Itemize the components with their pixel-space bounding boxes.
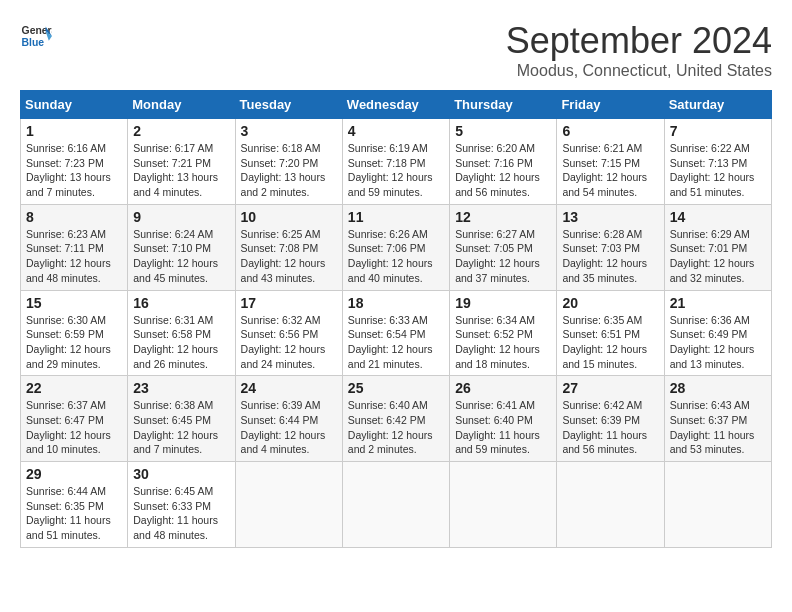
calendar-week-row: 15Sunrise: 6:30 AM Sunset: 6:59 PM Dayli… [21, 290, 772, 376]
calendar-cell [342, 462, 449, 548]
day-number: 3 [241, 123, 337, 139]
day-info: Sunrise: 6:24 AM Sunset: 7:10 PM Dayligh… [133, 227, 229, 286]
calendar-cell [235, 462, 342, 548]
day-number: 20 [562, 295, 658, 311]
day-number: 5 [455, 123, 551, 139]
day-number: 29 [26, 466, 122, 482]
day-number: 19 [455, 295, 551, 311]
day-info: Sunrise: 6:43 AM Sunset: 6:37 PM Dayligh… [670, 398, 766, 457]
calendar-subtitle: Moodus, Connecticut, United States [506, 62, 772, 80]
day-number: 2 [133, 123, 229, 139]
day-info: Sunrise: 6:41 AM Sunset: 6:40 PM Dayligh… [455, 398, 551, 457]
logo: General Blue [20, 20, 52, 52]
day-info: Sunrise: 6:17 AM Sunset: 7:21 PM Dayligh… [133, 141, 229, 200]
day-number: 28 [670, 380, 766, 396]
calendar-cell: 5Sunrise: 6:20 AM Sunset: 7:16 PM Daylig… [450, 119, 557, 205]
header-monday: Monday [128, 91, 235, 119]
calendar-cell: 28Sunrise: 6:43 AM Sunset: 6:37 PM Dayli… [664, 376, 771, 462]
day-info: Sunrise: 6:35 AM Sunset: 6:51 PM Dayligh… [562, 313, 658, 372]
calendar-cell: 2Sunrise: 6:17 AM Sunset: 7:21 PM Daylig… [128, 119, 235, 205]
day-info: Sunrise: 6:31 AM Sunset: 6:58 PM Dayligh… [133, 313, 229, 372]
calendar-cell: 29Sunrise: 6:44 AM Sunset: 6:35 PM Dayli… [21, 462, 128, 548]
day-number: 4 [348, 123, 444, 139]
day-info: Sunrise: 6:38 AM Sunset: 6:45 PM Dayligh… [133, 398, 229, 457]
day-number: 9 [133, 209, 229, 225]
calendar-title: September 2024 [506, 20, 772, 62]
logo-icon: General Blue [20, 20, 52, 52]
day-info: Sunrise: 6:18 AM Sunset: 7:20 PM Dayligh… [241, 141, 337, 200]
calendar-cell: 25Sunrise: 6:40 AM Sunset: 6:42 PM Dayli… [342, 376, 449, 462]
day-info: Sunrise: 6:23 AM Sunset: 7:11 PM Dayligh… [26, 227, 122, 286]
calendar-cell: 26Sunrise: 6:41 AM Sunset: 6:40 PM Dayli… [450, 376, 557, 462]
day-info: Sunrise: 6:26 AM Sunset: 7:06 PM Dayligh… [348, 227, 444, 286]
calendar-cell: 10Sunrise: 6:25 AM Sunset: 7:08 PM Dayli… [235, 204, 342, 290]
day-info: Sunrise: 6:22 AM Sunset: 7:13 PM Dayligh… [670, 141, 766, 200]
day-number: 7 [670, 123, 766, 139]
day-number: 6 [562, 123, 658, 139]
day-number: 27 [562, 380, 658, 396]
day-number: 14 [670, 209, 766, 225]
calendar-cell [450, 462, 557, 548]
calendar-cell: 23Sunrise: 6:38 AM Sunset: 6:45 PM Dayli… [128, 376, 235, 462]
calendar-cell: 13Sunrise: 6:28 AM Sunset: 7:03 PM Dayli… [557, 204, 664, 290]
calendar-cell: 3Sunrise: 6:18 AM Sunset: 7:20 PM Daylig… [235, 119, 342, 205]
header-friday: Friday [557, 91, 664, 119]
calendar-cell: 7Sunrise: 6:22 AM Sunset: 7:13 PM Daylig… [664, 119, 771, 205]
day-info: Sunrise: 6:28 AM Sunset: 7:03 PM Dayligh… [562, 227, 658, 286]
day-number: 12 [455, 209, 551, 225]
calendar-cell [664, 462, 771, 548]
calendar-cell: 8Sunrise: 6:23 AM Sunset: 7:11 PM Daylig… [21, 204, 128, 290]
calendar-cell: 16Sunrise: 6:31 AM Sunset: 6:58 PM Dayli… [128, 290, 235, 376]
calendar-cell: 4Sunrise: 6:19 AM Sunset: 7:18 PM Daylig… [342, 119, 449, 205]
calendar-cell: 6Sunrise: 6:21 AM Sunset: 7:15 PM Daylig… [557, 119, 664, 205]
header-wednesday: Wednesday [342, 91, 449, 119]
day-number: 30 [133, 466, 229, 482]
day-number: 21 [670, 295, 766, 311]
calendar-cell: 1Sunrise: 6:16 AM Sunset: 7:23 PM Daylig… [21, 119, 128, 205]
calendar-cell: 15Sunrise: 6:30 AM Sunset: 6:59 PM Dayli… [21, 290, 128, 376]
calendar-cell: 30Sunrise: 6:45 AM Sunset: 6:33 PM Dayli… [128, 462, 235, 548]
day-info: Sunrise: 6:32 AM Sunset: 6:56 PM Dayligh… [241, 313, 337, 372]
day-info: Sunrise: 6:27 AM Sunset: 7:05 PM Dayligh… [455, 227, 551, 286]
day-number: 13 [562, 209, 658, 225]
day-info: Sunrise: 6:44 AM Sunset: 6:35 PM Dayligh… [26, 484, 122, 543]
calendar-cell: 21Sunrise: 6:36 AM Sunset: 6:49 PM Dayli… [664, 290, 771, 376]
day-number: 18 [348, 295, 444, 311]
calendar-cell: 24Sunrise: 6:39 AM Sunset: 6:44 PM Dayli… [235, 376, 342, 462]
calendar-cell: 18Sunrise: 6:33 AM Sunset: 6:54 PM Dayli… [342, 290, 449, 376]
calendar-cell: 11Sunrise: 6:26 AM Sunset: 7:06 PM Dayli… [342, 204, 449, 290]
day-info: Sunrise: 6:16 AM Sunset: 7:23 PM Dayligh… [26, 141, 122, 200]
calendar-cell: 19Sunrise: 6:34 AM Sunset: 6:52 PM Dayli… [450, 290, 557, 376]
calendar-cell: 20Sunrise: 6:35 AM Sunset: 6:51 PM Dayli… [557, 290, 664, 376]
calendar-cell: 22Sunrise: 6:37 AM Sunset: 6:47 PM Dayli… [21, 376, 128, 462]
day-number: 25 [348, 380, 444, 396]
day-info: Sunrise: 6:25 AM Sunset: 7:08 PM Dayligh… [241, 227, 337, 286]
day-info: Sunrise: 6:21 AM Sunset: 7:15 PM Dayligh… [562, 141, 658, 200]
calendar-week-row: 29Sunrise: 6:44 AM Sunset: 6:35 PM Dayli… [21, 462, 772, 548]
day-number: 11 [348, 209, 444, 225]
calendar-cell: 17Sunrise: 6:32 AM Sunset: 6:56 PM Dayli… [235, 290, 342, 376]
day-number: 10 [241, 209, 337, 225]
day-number: 22 [26, 380, 122, 396]
day-info: Sunrise: 6:36 AM Sunset: 6:49 PM Dayligh… [670, 313, 766, 372]
day-number: 1 [26, 123, 122, 139]
header-saturday: Saturday [664, 91, 771, 119]
day-info: Sunrise: 6:40 AM Sunset: 6:42 PM Dayligh… [348, 398, 444, 457]
day-info: Sunrise: 6:37 AM Sunset: 6:47 PM Dayligh… [26, 398, 122, 457]
header-sunday: Sunday [21, 91, 128, 119]
calendar-cell: 14Sunrise: 6:29 AM Sunset: 7:01 PM Dayli… [664, 204, 771, 290]
calendar-cell: 27Sunrise: 6:42 AM Sunset: 6:39 PM Dayli… [557, 376, 664, 462]
calendar-week-row: 8Sunrise: 6:23 AM Sunset: 7:11 PM Daylig… [21, 204, 772, 290]
day-number: 26 [455, 380, 551, 396]
page-header: General Blue September 2024 Moodus, Conn… [20, 20, 772, 80]
day-number: 16 [133, 295, 229, 311]
day-info: Sunrise: 6:45 AM Sunset: 6:33 PM Dayligh… [133, 484, 229, 543]
day-number: 17 [241, 295, 337, 311]
day-info: Sunrise: 6:29 AM Sunset: 7:01 PM Dayligh… [670, 227, 766, 286]
day-number: 23 [133, 380, 229, 396]
calendar-week-row: 1Sunrise: 6:16 AM Sunset: 7:23 PM Daylig… [21, 119, 772, 205]
day-info: Sunrise: 6:19 AM Sunset: 7:18 PM Dayligh… [348, 141, 444, 200]
calendar-header-row: SundayMondayTuesdayWednesdayThursdayFrid… [21, 91, 772, 119]
day-info: Sunrise: 6:33 AM Sunset: 6:54 PM Dayligh… [348, 313, 444, 372]
calendar-cell: 9Sunrise: 6:24 AM Sunset: 7:10 PM Daylig… [128, 204, 235, 290]
